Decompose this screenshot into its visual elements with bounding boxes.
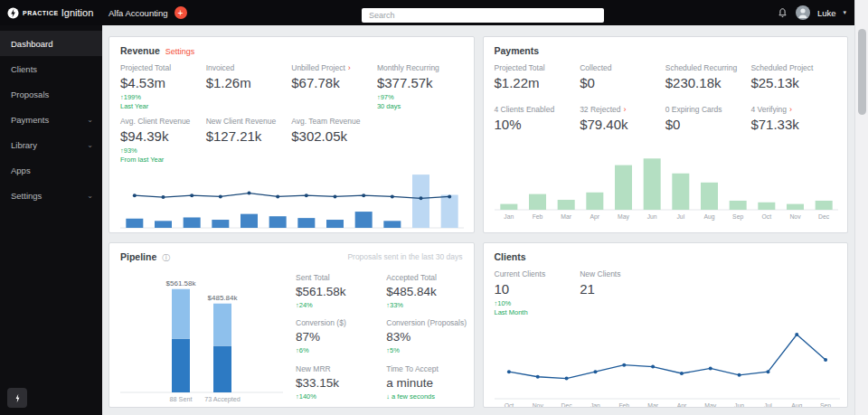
svg-text:Dec: Dec	[561, 402, 572, 408]
metric-32-rejected: 32 Rejected›$79.40k	[580, 105, 665, 132]
metric-label: Monthly Recurring	[377, 63, 463, 72]
brand-logo[interactable]: PRACTICE Ignition	[7, 7, 101, 19]
clients-metrics-row: Current Clients10↑10%Last MonthNew Clien…	[495, 269, 837, 317]
metric-delta: ↑97%30 days	[377, 93, 463, 111]
metric-delta: ↑199%Last Year	[120, 93, 206, 111]
sidebar-item-library[interactable]: Library⌄	[0, 132, 102, 157]
metric-scheduled-recurring: Scheduled Recurring$230.18k	[665, 63, 751, 90]
metric-label: 4 Verifying›	[750, 105, 836, 114]
metric-conversion: Conversion ($)87%↑6%	[296, 318, 372, 355]
metric-link-chevron-icon[interactable]: ›	[789, 105, 792, 114]
svg-text:Sep: Sep	[732, 213, 743, 221]
user-avatar[interactable]	[796, 5, 810, 20]
sidebar-item-payments[interactable]: Payments⌄	[0, 107, 102, 132]
svg-text:Jan: Jan	[129, 231, 139, 233]
svg-text:Jul: Jul	[302, 231, 310, 233]
metric-value: $0	[580, 76, 665, 90]
metric-value: 87%	[296, 331, 372, 344]
info-icon[interactable]: ⓘ	[162, 252, 170, 264]
metric-label: Invoiced	[206, 63, 292, 72]
metric-4-verifying: 4 Verifying›$71.33k	[750, 105, 836, 132]
add-button[interactable]: +	[175, 6, 187, 19]
pipeline-note: Proposals sent in the last 30 days	[347, 252, 462, 261]
chevron-down-icon: ⌄	[87, 141, 93, 149]
metric-label: Accepted Total	[386, 273, 462, 282]
sidebar-nav: DashboardClientsProposalsPayments⌄Librar…	[0, 31, 102, 208]
metric-value: $302.05k	[291, 129, 377, 144]
metric-value: $377.57k	[377, 76, 463, 90]
metric-0-expiring-cards: 0 Expiring Cards$0	[665, 105, 751, 132]
revenue-settings-link[interactable]: Settings	[165, 47, 195, 56]
account-switcher: Alfa Accounting +	[108, 6, 187, 19]
metric-label: Projected Total	[120, 63, 206, 72]
revenue-card: Revenue Settings Projected Total$4.53m↑1…	[108, 36, 475, 233]
metric-collected: Collected$0	[580, 63, 665, 90]
sidebar-item-dashboard[interactable]: Dashboard	[0, 31, 102, 56]
metric-link-chevron-icon[interactable]: ›	[624, 105, 627, 114]
sidebar-item-label: Proposals	[11, 90, 49, 99]
metric-value: $94.39k	[120, 129, 206, 144]
sidebar-item-label: Library	[11, 140, 37, 150]
sidebar-item-label: Clients	[11, 64, 37, 74]
metric-label: Avg. Team Revenue	[291, 117, 377, 126]
metric-label: Conversion (Proposals)	[386, 318, 462, 327]
sidebar-item-proposals[interactable]: Proposals	[0, 81, 102, 107]
account-name[interactable]: Alfa Accounting	[108, 8, 168, 18]
search-input[interactable]	[362, 8, 604, 23]
metric-delta: ↓ a few seconds	[386, 392, 462, 401]
sidebar-item-label: Settings	[11, 191, 42, 201]
clients-card: Clients Current Clients10↑10%Last MonthN…	[483, 242, 849, 408]
metric-label: Avg. Client Revenue	[120, 117, 206, 126]
metric-delta: ↑140%	[296, 392, 372, 401]
metric-invoiced: Invoiced$1.26m	[206, 63, 292, 111]
metric-avg-client-revenue: Avg. Client Revenue$94.39k↑93%From last …	[120, 117, 206, 165]
clients-chart-container: OctNovDecJanFebMarAprMayJunJulAugSep	[495, 317, 837, 408]
svg-text:Dec: Dec	[818, 213, 830, 220]
sidebar-item-apps[interactable]: Apps	[0, 157, 102, 183]
notifications-bell-icon[interactable]	[777, 7, 788, 19]
metric-label: 4 Clients Enabled	[495, 105, 580, 114]
metric-value: $127.21k	[206, 129, 292, 144]
metric-label: Collected	[580, 63, 665, 72]
caret-down-icon[interactable]: ▾	[843, 9, 846, 16]
pipeline-title: Pipeline	[120, 251, 156, 262]
user-menu-name[interactable]: Luke	[817, 8, 836, 18]
metric-value: $1.22m	[495, 76, 580, 90]
metric-delta: ↑5%	[386, 346, 462, 355]
metric-delta: ↑93%From last Year	[120, 146, 206, 165]
metric-value: $67.78k	[291, 76, 377, 90]
svg-text:Jul: Jul	[676, 213, 684, 220]
sidebar-item-settings[interactable]: Settings⌄	[0, 183, 102, 208]
chat-launcher[interactable]	[7, 388, 27, 408]
svg-text:Mar: Mar	[561, 213, 571, 220]
svg-text:Jun: Jun	[646, 213, 656, 220]
metric-value: $25.13k	[750, 76, 836, 90]
svg-text:Jun: Jun	[734, 402, 744, 408]
clients-title: Clients	[495, 251, 526, 262]
metric-label: New MRR	[296, 364, 372, 373]
metric-accepted-total: Accepted Total$485.84k↑33%	[386, 273, 462, 310]
metric-new-client-revenue: New Client Revenue$127.21k	[206, 117, 292, 165]
search-container	[362, 5, 604, 23]
metric-delta-caption: From last Year	[120, 156, 206, 165]
svg-text:Feb: Feb	[158, 231, 169, 233]
metric-label: Sent Total	[296, 273, 372, 282]
svg-text:88 Sent: 88 Sent	[170, 395, 193, 403]
metric-projected-total: Projected Total$1.22m	[495, 63, 580, 90]
sidebar-item-clients[interactable]: Clients	[0, 56, 102, 81]
sidebar: DashboardClientsProposalsPayments⌄Librar…	[0, 25, 102, 415]
metric-value: $0	[665, 118, 751, 132]
revenue-card-header: Revenue Settings	[120, 45, 463, 56]
metric-link-chevron-icon[interactable]: ›	[348, 63, 351, 72]
metric-value: $561.58k	[296, 286, 372, 298]
pipeline-bar-chart: $561.58k$485.84k88 Sent73 Accepted	[120, 271, 283, 403]
metric-conversion-proposals: Conversion (Proposals)83%↑5%	[386, 318, 462, 355]
metric-value: $33.15k	[296, 377, 372, 390]
svg-text:Jan: Jan	[504, 213, 514, 220]
metric-label: Time To Accept	[386, 364, 462, 373]
svg-text:Mar: Mar	[647, 402, 658, 408]
cards-grid: Revenue Settings Projected Total$4.53m↑1…	[108, 36, 848, 408]
metric-label: New Clients	[580, 269, 665, 278]
metric-new-clients: New Clients21	[580, 269, 665, 317]
scrollbar-thumb[interactable]	[858, 29, 866, 115]
